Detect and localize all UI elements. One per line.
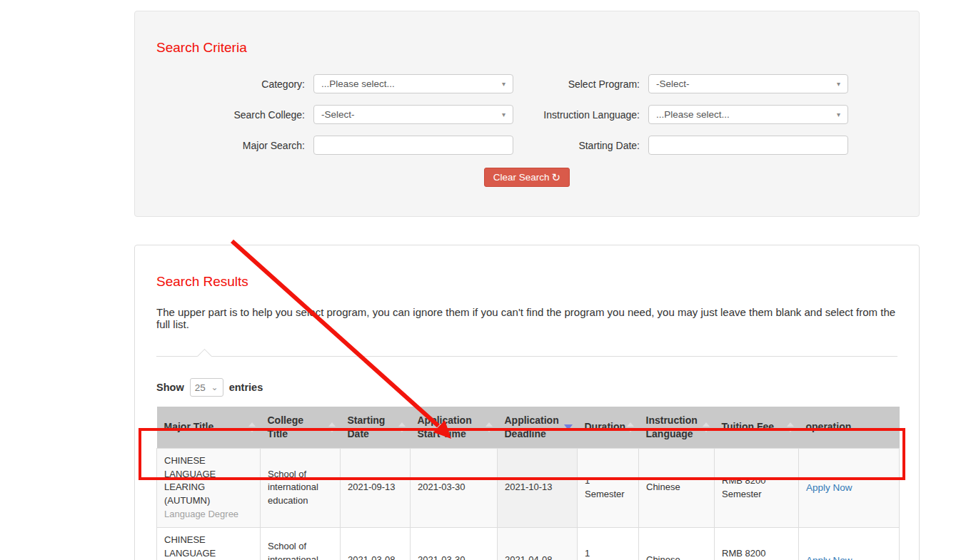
table-header-row: Major Title College Title Starting Date … <box>157 407 900 448</box>
sort-icon <box>627 422 634 432</box>
sort-desc-icon <box>564 424 573 430</box>
results-table: Major Title College Title Starting Date … <box>156 407 900 560</box>
sort-icon <box>787 422 794 432</box>
cell-college: School of international education <box>261 528 341 560</box>
search-college-value: -Select- <box>321 109 355 120</box>
major-search-input[interactable] <box>313 136 513 155</box>
column-label: Instruction Language <box>646 414 698 439</box>
cell-operation: Apply Now <box>799 528 900 560</box>
column-label: operation <box>806 421 852 432</box>
search-college-label: Search College: <box>156 109 313 121</box>
starting-date-label: Starting Date: <box>513 140 648 151</box>
show-entries-bar: Show 25 ⌄ entries <box>156 378 897 397</box>
cell-duration: 1 Semester <box>578 448 639 527</box>
cell-major-title: CHINESE LANGUAGE LEARING (AUTUMN) Langua… <box>157 448 261 527</box>
major-title-text: CHINESE LANGUAGE LEARING (AUTUMN) <box>164 454 253 508</box>
page-size-value: 25 <box>195 382 206 393</box>
clear-search-button[interactable]: Clear Search ↻ <box>484 168 570 187</box>
sort-icon <box>703 422 710 432</box>
column-label: Starting Date <box>348 414 386 439</box>
column-header-duration[interactable]: Duration <box>578 407 639 448</box>
column-header-application-deadline[interactable]: Application Deadline <box>498 407 578 448</box>
column-label: Duration <box>585 421 626 432</box>
table-row: CHINESE LANGUAGE LEARING (AUTUMN) Langua… <box>157 448 900 527</box>
column-header-starting-date[interactable]: Starting Date <box>341 407 411 448</box>
column-label: Tuition Fee <box>722 421 775 432</box>
cell-tuition: RMB 8200 Semester <box>715 528 799 560</box>
major-search-label: Major Search: <box>156 140 313 151</box>
category-select[interactable]: ...Please select... ▾ <box>313 74 513 93</box>
chevron-down-icon: ▾ <box>837 111 840 118</box>
search-college-select[interactable]: -Select- ▾ <box>313 105 513 124</box>
column-header-college-title[interactable]: College Title <box>261 407 341 448</box>
cell-duration: 1 Semester <box>578 528 639 560</box>
cell-application-deadline: 2021-10-13 <box>498 448 578 527</box>
category-label: Category: <box>156 78 313 90</box>
results-description: The upper part is to help you select pro… <box>156 306 897 330</box>
entries-label: entries <box>229 382 263 393</box>
search-criteria-panel: Search Criteria Category: ...Please sele… <box>134 11 920 217</box>
cell-college: School of international education <box>261 448 341 527</box>
table-row: CHINESE LANGUAGE LEARING (SPRING) Langua… <box>157 528 900 560</box>
cell-starting-date: 2021-03-08 <box>341 528 411 560</box>
show-label: Show <box>156 382 184 393</box>
instruction-language-value: ...Please select... <box>656 109 730 120</box>
chevron-down-icon: ▾ <box>837 80 840 88</box>
column-header-application-start-time[interactable]: Application Start Time <box>411 407 498 448</box>
column-label: College Title <box>268 414 304 439</box>
major-title-text: CHINESE LANGUAGE LEARING (SPRING) <box>164 534 253 560</box>
sort-icon <box>328 422 336 432</box>
select-program-select[interactable]: -Select- ▾ <box>648 74 848 93</box>
cell-major-title: CHINESE LANGUAGE LEARING (SPRING) Langua… <box>157 528 261 560</box>
column-label: Application Start Time <box>418 414 472 439</box>
sort-icon <box>248 422 256 432</box>
sort-icon <box>486 422 493 432</box>
cell-application-start: 2021-03-30 <box>411 528 498 560</box>
search-results-title: Search Results <box>156 274 897 290</box>
degree-text: Language Degree <box>164 508 253 521</box>
column-header-major-title[interactable]: Major Title <box>157 407 261 448</box>
chevron-down-icon: ⌄ <box>211 382 218 392</box>
cell-starting-date: 2021-09-13 <box>341 448 411 527</box>
instruction-language-select[interactable]: ...Please select... ▾ <box>648 105 848 124</box>
cell-language: Chinese <box>639 528 715 560</box>
apply-now-link[interactable]: Apply Now <box>806 555 852 560</box>
category-select-value: ...Please select... <box>321 78 395 89</box>
search-criteria-title: Search Criteria <box>156 40 897 56</box>
section-divider <box>156 356 897 357</box>
select-program-value: -Select- <box>656 78 690 89</box>
caret-up-pointer <box>197 349 212 364</box>
select-program-label: Select Program: <box>513 78 648 90</box>
cell-operation: Apply Now <box>799 448 900 527</box>
search-criteria-form: Category: ...Please select... ▾ Select P… <box>156 74 897 155</box>
search-results-panel: Search Results The upper part is to help… <box>134 245 920 560</box>
cell-language: Chinese <box>639 448 715 527</box>
sort-icon <box>398 422 406 432</box>
refresh-icon: ↻ <box>552 172 561 183</box>
apply-now-link[interactable]: Apply Now <box>806 482 852 493</box>
page-size-select[interactable]: 25 ⌄ <box>190 378 223 397</box>
starting-date-input[interactable] <box>648 136 848 155</box>
cell-application-start: 2021-03-30 <box>411 448 498 527</box>
column-header-instruction-language[interactable]: Instruction Language <box>639 407 715 448</box>
column-header-operation[interactable]: operation <box>799 407 900 448</box>
clear-search-label: Clear Search <box>493 172 550 183</box>
chevron-down-icon: ▾ <box>502 80 505 88</box>
column-label: Application Deadline <box>505 414 559 439</box>
column-header-tuition-fee[interactable]: Tuition Fee <box>715 407 799 448</box>
instruction-language-label: Instruction Language: <box>513 109 648 121</box>
cell-tuition: RMB 8200 Semester <box>715 448 799 527</box>
chevron-down-icon: ▾ <box>502 111 505 118</box>
column-label: Major Title <box>164 421 214 432</box>
cell-application-deadline: 2021-04-08 <box>498 528 578 560</box>
